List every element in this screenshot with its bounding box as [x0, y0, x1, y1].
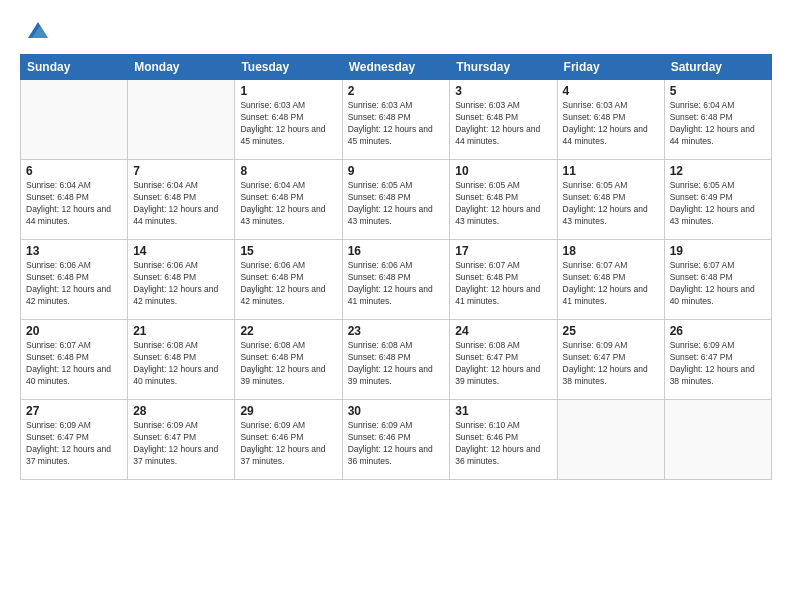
- day-number: 13: [26, 244, 122, 258]
- calendar-week-5: 27Sunrise: 6:09 AM Sunset: 6:47 PM Dayli…: [21, 400, 772, 480]
- calendar-cell: 30Sunrise: 6:09 AM Sunset: 6:46 PM Dayli…: [342, 400, 450, 480]
- day-number: 11: [563, 164, 659, 178]
- calendar-cell: 1Sunrise: 6:03 AM Sunset: 6:48 PM Daylig…: [235, 80, 342, 160]
- day-number: 30: [348, 404, 445, 418]
- calendar-cell: 21Sunrise: 6:08 AM Sunset: 6:48 PM Dayli…: [128, 320, 235, 400]
- day-info: Sunrise: 6:03 AM Sunset: 6:48 PM Dayligh…: [563, 100, 659, 148]
- day-number: 12: [670, 164, 766, 178]
- calendar-week-3: 13Sunrise: 6:06 AM Sunset: 6:48 PM Dayli…: [21, 240, 772, 320]
- day-info: Sunrise: 6:07 AM Sunset: 6:48 PM Dayligh…: [26, 340, 122, 388]
- calendar-cell: 23Sunrise: 6:08 AM Sunset: 6:48 PM Dayli…: [342, 320, 450, 400]
- day-info: Sunrise: 6:04 AM Sunset: 6:48 PM Dayligh…: [26, 180, 122, 228]
- day-info: Sunrise: 6:03 AM Sunset: 6:48 PM Dayligh…: [455, 100, 551, 148]
- day-info: Sunrise: 6:06 AM Sunset: 6:48 PM Dayligh…: [240, 260, 336, 308]
- calendar-week-1: 1Sunrise: 6:03 AM Sunset: 6:48 PM Daylig…: [21, 80, 772, 160]
- day-info: Sunrise: 6:08 AM Sunset: 6:48 PM Dayligh…: [348, 340, 445, 388]
- day-number: 15: [240, 244, 336, 258]
- day-info: Sunrise: 6:09 AM Sunset: 6:47 PM Dayligh…: [133, 420, 229, 468]
- calendar-header-row: SundayMondayTuesdayWednesdayThursdayFrid…: [21, 55, 772, 80]
- logo-icon: [24, 16, 52, 44]
- calendar-table: SundayMondayTuesdayWednesdayThursdayFrid…: [20, 54, 772, 480]
- day-number: 8: [240, 164, 336, 178]
- calendar-cell: 4Sunrise: 6:03 AM Sunset: 6:48 PM Daylig…: [557, 80, 664, 160]
- calendar-cell: 3Sunrise: 6:03 AM Sunset: 6:48 PM Daylig…: [450, 80, 557, 160]
- day-info: Sunrise: 6:07 AM Sunset: 6:48 PM Dayligh…: [670, 260, 766, 308]
- day-number: 16: [348, 244, 445, 258]
- calendar-header-friday: Friday: [557, 55, 664, 80]
- calendar-cell: 2Sunrise: 6:03 AM Sunset: 6:48 PM Daylig…: [342, 80, 450, 160]
- day-number: 7: [133, 164, 229, 178]
- day-number: 25: [563, 324, 659, 338]
- calendar-cell: 12Sunrise: 6:05 AM Sunset: 6:49 PM Dayli…: [664, 160, 771, 240]
- calendar-cell: 7Sunrise: 6:04 AM Sunset: 6:48 PM Daylig…: [128, 160, 235, 240]
- day-info: Sunrise: 6:09 AM Sunset: 6:47 PM Dayligh…: [563, 340, 659, 388]
- day-number: 9: [348, 164, 445, 178]
- calendar-cell: [557, 400, 664, 480]
- calendar-cell: 25Sunrise: 6:09 AM Sunset: 6:47 PM Dayli…: [557, 320, 664, 400]
- calendar-cell: 15Sunrise: 6:06 AM Sunset: 6:48 PM Dayli…: [235, 240, 342, 320]
- day-number: 17: [455, 244, 551, 258]
- day-number: 19: [670, 244, 766, 258]
- calendar-cell: 17Sunrise: 6:07 AM Sunset: 6:48 PM Dayli…: [450, 240, 557, 320]
- day-number: 24: [455, 324, 551, 338]
- calendar-cell: 29Sunrise: 6:09 AM Sunset: 6:46 PM Dayli…: [235, 400, 342, 480]
- calendar-cell: [128, 80, 235, 160]
- calendar-header-tuesday: Tuesday: [235, 55, 342, 80]
- day-number: 1: [240, 84, 336, 98]
- day-info: Sunrise: 6:06 AM Sunset: 6:48 PM Dayligh…: [348, 260, 445, 308]
- calendar-cell: 20Sunrise: 6:07 AM Sunset: 6:48 PM Dayli…: [21, 320, 128, 400]
- calendar-cell: [664, 400, 771, 480]
- calendar-cell: 5Sunrise: 6:04 AM Sunset: 6:48 PM Daylig…: [664, 80, 771, 160]
- calendar-week-4: 20Sunrise: 6:07 AM Sunset: 6:48 PM Dayli…: [21, 320, 772, 400]
- day-info: Sunrise: 6:08 AM Sunset: 6:48 PM Dayligh…: [240, 340, 336, 388]
- day-number: 3: [455, 84, 551, 98]
- day-info: Sunrise: 6:08 AM Sunset: 6:47 PM Dayligh…: [455, 340, 551, 388]
- day-info: Sunrise: 6:05 AM Sunset: 6:48 PM Dayligh…: [563, 180, 659, 228]
- day-info: Sunrise: 6:09 AM Sunset: 6:46 PM Dayligh…: [240, 420, 336, 468]
- day-number: 2: [348, 84, 445, 98]
- day-info: Sunrise: 6:04 AM Sunset: 6:48 PM Dayligh…: [133, 180, 229, 228]
- day-number: 26: [670, 324, 766, 338]
- day-number: 29: [240, 404, 336, 418]
- day-number: 14: [133, 244, 229, 258]
- calendar-cell: 26Sunrise: 6:09 AM Sunset: 6:47 PM Dayli…: [664, 320, 771, 400]
- day-number: 31: [455, 404, 551, 418]
- day-info: Sunrise: 6:06 AM Sunset: 6:48 PM Dayligh…: [26, 260, 122, 308]
- day-info: Sunrise: 6:09 AM Sunset: 6:46 PM Dayligh…: [348, 420, 445, 468]
- day-number: 23: [348, 324, 445, 338]
- day-info: Sunrise: 6:05 AM Sunset: 6:48 PM Dayligh…: [455, 180, 551, 228]
- day-number: 22: [240, 324, 336, 338]
- day-info: Sunrise: 6:03 AM Sunset: 6:48 PM Dayligh…: [240, 100, 336, 148]
- day-info: Sunrise: 6:07 AM Sunset: 6:48 PM Dayligh…: [455, 260, 551, 308]
- calendar-cell: 8Sunrise: 6:04 AM Sunset: 6:48 PM Daylig…: [235, 160, 342, 240]
- calendar-cell: 16Sunrise: 6:06 AM Sunset: 6:48 PM Dayli…: [342, 240, 450, 320]
- calendar-week-2: 6Sunrise: 6:04 AM Sunset: 6:48 PM Daylig…: [21, 160, 772, 240]
- day-number: 21: [133, 324, 229, 338]
- day-info: Sunrise: 6:04 AM Sunset: 6:48 PM Dayligh…: [240, 180, 336, 228]
- day-info: Sunrise: 6:05 AM Sunset: 6:48 PM Dayligh…: [348, 180, 445, 228]
- calendar-header-monday: Monday: [128, 55, 235, 80]
- day-number: 6: [26, 164, 122, 178]
- calendar-cell: 22Sunrise: 6:08 AM Sunset: 6:48 PM Dayli…: [235, 320, 342, 400]
- calendar-cell: 24Sunrise: 6:08 AM Sunset: 6:47 PM Dayli…: [450, 320, 557, 400]
- calendar-cell: 18Sunrise: 6:07 AM Sunset: 6:48 PM Dayli…: [557, 240, 664, 320]
- day-number: 27: [26, 404, 122, 418]
- calendar-header-thursday: Thursday: [450, 55, 557, 80]
- calendar-cell: 13Sunrise: 6:06 AM Sunset: 6:48 PM Dayli…: [21, 240, 128, 320]
- day-number: 28: [133, 404, 229, 418]
- logo: [20, 16, 52, 44]
- calendar-cell: 31Sunrise: 6:10 AM Sunset: 6:46 PM Dayli…: [450, 400, 557, 480]
- day-info: Sunrise: 6:09 AM Sunset: 6:47 PM Dayligh…: [670, 340, 766, 388]
- calendar-cell: [21, 80, 128, 160]
- calendar-header-wednesday: Wednesday: [342, 55, 450, 80]
- day-info: Sunrise: 6:03 AM Sunset: 6:48 PM Dayligh…: [348, 100, 445, 148]
- calendar-header-sunday: Sunday: [21, 55, 128, 80]
- calendar-cell: 9Sunrise: 6:05 AM Sunset: 6:48 PM Daylig…: [342, 160, 450, 240]
- calendar-cell: 14Sunrise: 6:06 AM Sunset: 6:48 PM Dayli…: [128, 240, 235, 320]
- day-info: Sunrise: 6:07 AM Sunset: 6:48 PM Dayligh…: [563, 260, 659, 308]
- calendar-cell: 28Sunrise: 6:09 AM Sunset: 6:47 PM Dayli…: [128, 400, 235, 480]
- day-info: Sunrise: 6:09 AM Sunset: 6:47 PM Dayligh…: [26, 420, 122, 468]
- day-number: 5: [670, 84, 766, 98]
- day-number: 18: [563, 244, 659, 258]
- calendar-cell: 19Sunrise: 6:07 AM Sunset: 6:48 PM Dayli…: [664, 240, 771, 320]
